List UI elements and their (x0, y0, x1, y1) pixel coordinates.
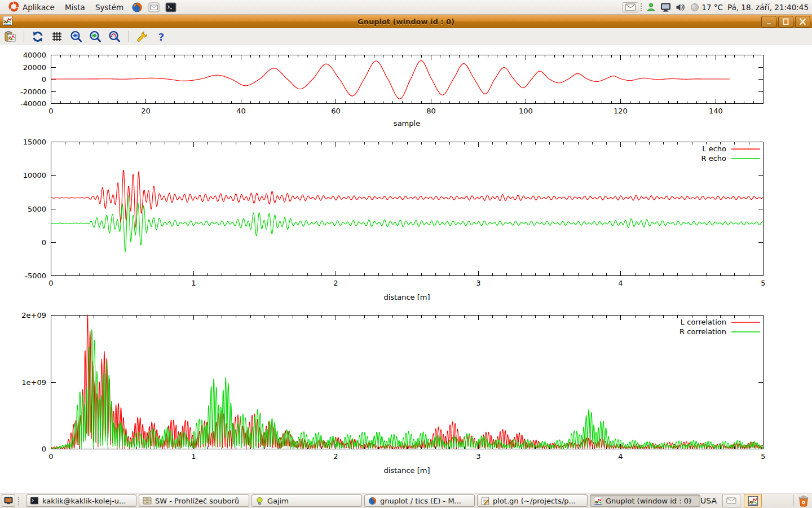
menu-places-label: Místa (65, 3, 85, 12)
weather-applet[interactable] (690, 3, 699, 12)
gnuplot-tray-button[interactable] (744, 494, 762, 507)
gnuplot-toolbar: ? (0, 28, 812, 46)
plot-border (51, 142, 764, 276)
y-tick-label: -40000 (20, 99, 46, 108)
autoscale-button[interactable] (108, 30, 121, 43)
x-tick-label: 100 (519, 107, 533, 115)
x-tick-label: 140 (709, 107, 723, 115)
mail-notification-button[interactable] (722, 494, 740, 507)
text-editor-icon (481, 497, 489, 505)
task-button-gnuplot[interactable]: Gnuplot (window id : 0) (590, 494, 700, 507)
x-tick-label: 2 (333, 452, 338, 461)
display-settings-button[interactable] (660, 3, 671, 12)
close-button[interactable] (795, 16, 810, 28)
terminal-launcher[interactable] (165, 2, 176, 12)
chart-1: 020406080100120140-40000-200000200004000… (20, 51, 764, 128)
autoscale-icon (108, 30, 121, 43)
legend-label: L echo (702, 144, 726, 153)
show-desktop-icon (4, 497, 13, 505)
task-label: gnuplot / tics (E) - M... (380, 497, 461, 505)
gajim-icon (255, 497, 264, 505)
temperature-label[interactable]: 17 °C (701, 3, 723, 12)
x-tick-label: 3 (476, 279, 480, 287)
y-tick-label: 10000 (23, 171, 46, 179)
close-icon (798, 18, 807, 25)
trash-applet[interactable] (797, 494, 810, 507)
show-desktop-button[interactable] (2, 494, 15, 507)
terminal-icon (30, 497, 39, 505)
trash-icon (797, 494, 810, 507)
x-tick-label: 80 (426, 107, 436, 115)
copy-plot-button[interactable] (3, 30, 17, 43)
y-tick-label: 1e+09 (21, 378, 46, 387)
window-titlebar[interactable]: Gnuplot (window id : 0) (0, 15, 812, 29)
task-button-file-manager[interactable]: SW - Prohlížeč souborů (139, 494, 249, 507)
task-button-terminal[interactable]: kaklik@kaklik-kolej-u... (26, 494, 136, 507)
volume-button[interactable] (676, 3, 686, 12)
display-icon (660, 3, 671, 12)
mail-notification-icon (625, 3, 636, 11)
replot-button[interactable] (31, 30, 45, 43)
zoom-previous-button[interactable] (69, 30, 83, 43)
file-manager-icon (143, 497, 152, 505)
zoom-next-button[interactable] (89, 30, 102, 43)
menu-places[interactable]: Místa (60, 0, 90, 14)
series-l-correlation (51, 315, 763, 449)
x-axis-label: sample (394, 119, 420, 128)
x-tick-label: 40 (236, 107, 246, 115)
x-tick-label: 60 (331, 107, 341, 115)
mail-icon (148, 2, 160, 12)
task-button-gajim[interactable]: Gajim (251, 494, 362, 507)
minimize-button[interactable] (761, 16, 776, 28)
task-label: plot.gn (~/projects/p... (493, 497, 576, 505)
keyboard-layout-indicator[interactable]: USA (700, 496, 717, 505)
x-axis-label: distance [m] (383, 466, 430, 475)
minimize-icon (764, 18, 774, 25)
task-label: Gnuplot (window id : 0) (606, 497, 691, 505)
y-tick-label: -5000 (25, 271, 46, 280)
x-tick-label: 2 (333, 279, 338, 287)
menu-applications-label: Aplikace (23, 3, 55, 12)
x-tick-label: 20 (141, 107, 151, 115)
x-axis-label: distance [m] (383, 293, 430, 301)
toolbar-separator (24, 31, 24, 42)
weather-moon-icon (690, 3, 699, 12)
mail-notification-button[interactable] (623, 2, 638, 12)
task-list: kaklik@kaklik-kolej-u...SW - Prohlížeč s… (26, 494, 700, 507)
series-l-echo (51, 170, 763, 228)
chart-2: 012345-5000050001000015000distance [m]L … (23, 138, 766, 302)
configure-button[interactable] (135, 30, 149, 43)
mail-launcher[interactable] (148, 2, 160, 12)
clock-applet[interactable]: Pá, 18. září, 21:40:45 (727, 3, 809, 12)
gnuplot-plot-area[interactable]: 020406080100120140-40000-200000200004000… (0, 45, 812, 493)
menu-applications[interactable]: Aplikace (3, 0, 60, 14)
replot-icon (32, 30, 44, 43)
help-icon: ? (158, 31, 164, 43)
grid-button[interactable] (50, 30, 64, 43)
y-tick-label: 15000 (23, 138, 46, 146)
x-tick-label: 3 (476, 452, 480, 461)
maximize-button[interactable] (778, 16, 793, 28)
legend-label: R echo (701, 154, 726, 163)
x-tick-label: 1 (191, 452, 196, 461)
help-button[interactable]: ? (155, 30, 168, 43)
maximize-icon (781, 18, 791, 25)
taskbar-separator (793, 495, 794, 506)
series-chirp-signal (51, 60, 730, 99)
x-tick-label: 4 (618, 452, 623, 461)
task-button-firefox[interactable]: gnuplot / tics (E) - M... (364, 494, 475, 507)
gnuplot-tray-icon (748, 496, 758, 506)
menu-system[interactable]: Systém (90, 0, 129, 14)
tray-drag-handle[interactable] (640, 3, 642, 12)
x-tick-label: 0 (48, 452, 53, 461)
legend-label: R correlation (679, 327, 726, 336)
window-title: Gnuplot (window id : 0) (0, 17, 812, 26)
task-button-text-editor[interactable]: plot.gn (~/projects/p... (477, 494, 588, 507)
user-status-button[interactable] (646, 2, 656, 12)
x-tick-label: 120 (614, 107, 628, 115)
tasklist-drag-handle[interactable] (17, 496, 20, 505)
grid-icon (51, 30, 63, 43)
mail-notification-icon (726, 497, 736, 504)
copy-plot-icon (4, 30, 16, 43)
firefox-launcher[interactable] (131, 2, 143, 13)
